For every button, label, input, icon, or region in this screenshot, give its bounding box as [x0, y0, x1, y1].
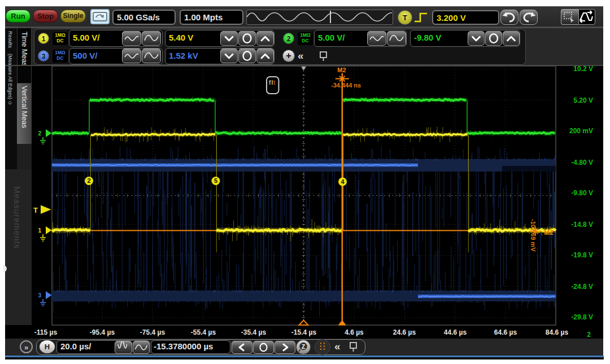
svg-text:-24.8 V: -24.8 V [571, 283, 593, 291]
svg-text:-34.444 ns: -34.444 ns [331, 82, 361, 89]
svg-text:t: t [273, 79, 276, 86]
svg-text:5.20 V: 5.20 V [573, 97, 593, 104]
svg-text:-19.8 V: -19.8 V [571, 251, 593, 259]
svg-text:3: 3 [38, 292, 41, 299]
svg-text:1: 1 [38, 227, 41, 234]
svg-text:10.2 V: 10.2 V [573, 65, 593, 73]
svg-text:-9.80 V: -9.80 V [571, 189, 593, 197]
svg-text:2: 2 [38, 130, 41, 137]
svg-text:-35.4 µs: -35.4 µs [241, 328, 267, 336]
svg-text:T: T [33, 206, 38, 214]
svg-text:64.6 µs: 64.6 µs [494, 328, 517, 336]
svg-text:-4.80 V: -4.80 V [571, 159, 593, 166]
svg-text:4: 4 [341, 178, 345, 185]
svg-text:5: 5 [214, 177, 217, 184]
svg-text:44.6 µs: 44.6 µs [444, 328, 467, 336]
svg-text:Z: Z [302, 344, 305, 350]
svg-text:24.6 µs: 24.6 µs [393, 328, 416, 336]
svg-text:4.6 µs: 4.6 µs [345, 328, 364, 336]
svg-text:M2: M2 [544, 229, 554, 236]
svg-text:-102.69 mV: -102.69 mV [530, 219, 537, 252]
svg-text:-14.8 V: -14.8 V [571, 221, 593, 229]
svg-text:-55.4 µs: -55.4 µs [191, 328, 216, 336]
svg-text:-29.8 V: -29.8 V [571, 313, 593, 321]
svg-text:-115 µs: -115 µs [34, 328, 58, 336]
svg-text:-95.4 µs: -95.4 µs [90, 328, 115, 336]
svg-text:84.6 µs: 84.6 µs [546, 328, 569, 336]
svg-text:2: 2 [87, 177, 90, 184]
svg-text:200 mV: 200 mV [569, 127, 593, 135]
svg-text:2: 2 [587, 331, 591, 339]
svg-text:f: f [269, 79, 271, 86]
svg-text:M2: M2 [337, 67, 346, 73]
svg-text:-15.4 µs: -15.4 µs [291, 328, 317, 336]
svg-text:-75.4 µs: -75.4 µs [140, 328, 165, 336]
